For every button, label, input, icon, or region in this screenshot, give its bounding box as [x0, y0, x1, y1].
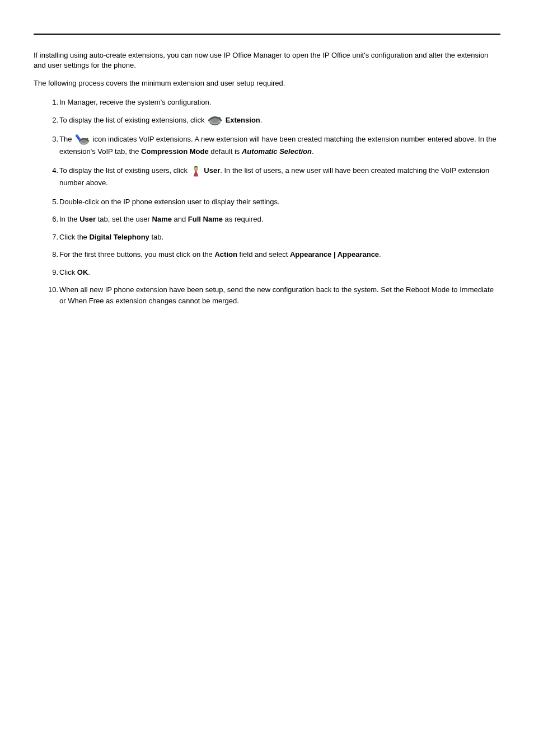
ok-label: OK [77, 268, 88, 276]
step-text-e: and [172, 215, 188, 223]
procedure-steps: In Manager, receive the system's configu… [34, 97, 500, 306]
step-text-a: The [59, 135, 74, 143]
step-text-a: Click the [59, 233, 89, 241]
step-3: The icon indicates VoIP extensions. A ne… [59, 133, 500, 158]
user-tab-label: User [79, 215, 96, 223]
step-text-a: To display the list of existing extensio… [59, 116, 207, 124]
action-label: Action [214, 250, 237, 259]
step-text-c: tab. [149, 233, 163, 241]
svg-rect-9 [195, 166, 197, 167]
step-text-a: In the [59, 215, 79, 223]
intro-paragraph-2: The following process covers the minimum… [34, 78, 500, 88]
step-text-a: Click [59, 268, 77, 276]
step-10: When all new IP phone extension have bee… [59, 284, 500, 306]
full-name-label: Full Name [188, 215, 223, 223]
appearance-label: Appearance | Appearance [290, 250, 379, 259]
step-text: In Manager, receive the system's configu… [59, 98, 211, 106]
step-text: Double-click on the IP phone extension u… [59, 198, 280, 206]
extension-label: Extension [226, 116, 260, 124]
step-text-a: To display the list of existing users, c… [59, 166, 190, 175]
svg-point-3 [218, 117, 221, 119]
step-8: For the first three buttons, you must cl… [59, 249, 500, 260]
step-text-a: For the first three buttons, you must cl… [59, 250, 214, 259]
step-text-c: . [88, 268, 90, 276]
step-text-e: . [379, 250, 381, 259]
step-6: In the User tab, set the user Name and F… [59, 214, 500, 225]
step-text-c: tab, set the user [96, 215, 152, 223]
digital-telephony-label: Digital Telephony [89, 233, 149, 241]
user-icon [191, 166, 201, 177]
step-text-f: . [312, 147, 314, 156]
step-text-c: . [260, 116, 263, 124]
step-text-g: as required. [223, 215, 263, 223]
name-label: Name [152, 215, 172, 223]
header-rule [34, 34, 500, 35]
voip-extension-icon [75, 134, 90, 145]
user-label: User [204, 166, 220, 175]
automatic-selection-label: Automatic Selection [242, 147, 312, 156]
step-text-d: default is [210, 147, 242, 156]
step-4: To display the list of existing users, c… [59, 165, 500, 189]
step-text: When all new IP phone extension have bee… [59, 285, 494, 305]
step-text-c: field and select [237, 250, 290, 259]
extension-icon [208, 115, 222, 126]
document-page: If installing using auto-create extensio… [0, 34, 534, 756]
compression-mode-label: Compression Mode [141, 147, 209, 156]
svg-point-7 [86, 138, 88, 140]
step-2: To display the list of existing extensio… [59, 114, 500, 126]
step-7: Click the Digital Telephony tab. [59, 232, 500, 243]
step-1: In Manager, receive the system's configu… [59, 97, 500, 108]
step-5: Double-click on the IP phone extension u… [59, 196, 500, 208]
step-9: Click OK. [59, 267, 500, 278]
intro-paragraph-1: If installing using auto-create extensio… [34, 50, 500, 71]
